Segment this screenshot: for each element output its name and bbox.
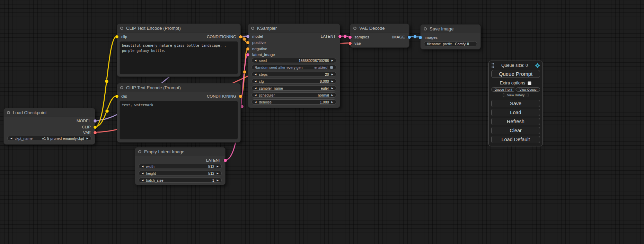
gear-icon[interactable]: [535, 63, 540, 68]
increment-arrow-icon[interactable]: ▶: [332, 94, 333, 96]
node-vae-decode[interactable]: VAE Decode samples vae IMAGE: [350, 24, 409, 48]
decrement-arrow-icon[interactable]: ◀: [255, 59, 256, 62]
input-slot-vae: vae: [350, 40, 409, 46]
widget-label: seed: [259, 58, 267, 63]
increment-arrow-icon[interactable]: ▶: [332, 73, 333, 75]
input-dot-vae[interactable]: [349, 42, 352, 45]
collapse-dot-icon[interactable]: [138, 150, 141, 153]
width-widget[interactable]: ◀ width 512 ▶: [139, 164, 222, 169]
positive-prompt-textarea[interactable]: beautiful scenery nature glass bottle la…: [120, 41, 238, 74]
increment-arrow-icon[interactable]: ▶: [332, 87, 333, 89]
toggle-dot-icon[interactable]: [330, 66, 333, 69]
collapse-dot-icon[interactable]: [7, 111, 10, 114]
node-title: CLIP Text Encode (Prompt): [126, 85, 181, 90]
increment-arrow-icon[interactable]: ▶: [87, 137, 88, 139]
decrement-arrow-icon[interactable]: ◀: [255, 73, 256, 75]
decrement-arrow-icon[interactable]: ◀: [255, 80, 256, 82]
output-slot-clip: CLIP: [4, 124, 95, 130]
save-button[interactable]: Save: [491, 100, 540, 107]
sampler-name-widget[interactable]: ◀ sampler_name euler ▶: [252, 85, 336, 91]
decrement-arrow-icon[interactable]: ◀: [255, 94, 256, 96]
filename-prefix-widget[interactable]: filename_prefix ComfyUI: [424, 41, 477, 46]
clear-button[interactable]: Clear: [491, 127, 540, 134]
increment-arrow-icon[interactable]: ▶: [217, 172, 219, 174]
batch-size-widget[interactable]: ◀ batch_size 1 ▶: [139, 178, 222, 183]
node-empty-latent-image[interactable]: Empty Latent Image LATENT ◀ width 512 ▶ …: [135, 147, 226, 185]
load-button[interactable]: Load: [491, 109, 540, 116]
node-clip-text-encode-positive[interactable]: CLIP Text Encode (Prompt) clip CONDITION…: [117, 24, 241, 77]
node-title: Empty Latent Image: [144, 149, 184, 154]
input-dot-positive[interactable]: [246, 41, 249, 44]
collapse-dot-icon[interactable]: [120, 27, 123, 30]
decrement-arrow-icon[interactable]: ◀: [142, 172, 143, 174]
increment-arrow-icon[interactable]: ▶: [332, 101, 333, 103]
output-dot-conditioning[interactable]: [239, 95, 242, 98]
output-dot-latent[interactable]: [224, 159, 227, 162]
output-dot-vae[interactable]: [94, 131, 97, 134]
widget-label: height: [146, 171, 156, 175]
node-title-bar[interactable]: VAE Decode: [350, 24, 409, 33]
collapse-dot-icon[interactable]: [353, 27, 356, 30]
output-label: CLIP: [82, 125, 91, 129]
view-history-button[interactable]: View History: [503, 93, 529, 97]
node-load-checkpoint[interactable]: Load Checkpoint MODEL CLIP VAE ◀ ckpt_na…: [3, 108, 95, 145]
refresh-button[interactable]: Refresh: [491, 118, 540, 125]
input-dot-latent-image[interactable]: [246, 53, 249, 56]
output-dot-model[interactable]: [94, 119, 97, 123]
decrement-arrow-icon[interactable]: ◀: [255, 87, 256, 89]
input-label: positive: [252, 40, 266, 45]
steps-widget[interactable]: ◀ steps 20 ▶: [252, 72, 336, 77]
output-dot-conditioning[interactable]: [239, 35, 242, 38]
drag-handle-icon[interactable]: [491, 63, 494, 68]
output-dot-latent[interactable]: [338, 35, 342, 38]
queue-panel-header: Queue size: 0: [491, 63, 540, 68]
node-title-bar[interactable]: CLIP Text Encode (Prompt): [117, 24, 240, 33]
node-title-bar[interactable]: Empty Latent Image: [135, 147, 225, 156]
denoise-widget[interactable]: ◀ denoise 1.000 ▶: [252, 99, 336, 105]
widget-label: sampler_name: [259, 86, 283, 90]
queue-prompt-button[interactable]: Queue Prompt: [491, 70, 540, 78]
widget-value: 512: [208, 171, 214, 175]
input-label: vae: [354, 41, 361, 45]
decrement-arrow-icon[interactable]: ◀: [142, 179, 143, 181]
output-dot-image[interactable]: [408, 36, 411, 39]
widget-value: 8.000: [320, 79, 329, 83]
random-seed-toggle-widget[interactable]: Random seed after every gen enabled: [252, 65, 336, 70]
widget-label: Random seed after every gen: [255, 65, 302, 70]
height-widget[interactable]: ◀ height 512 ▶: [139, 171, 222, 176]
increment-arrow-icon[interactable]: ▶: [332, 59, 333, 62]
node-save-image[interactable]: Save Image images filename_prefix ComfyU…: [420, 24, 481, 49]
output-label: CONDITIONING: [207, 35, 236, 39]
node-title-bar[interactable]: KSampler: [248, 24, 340, 33]
collapse-dot-icon[interactable]: [251, 27, 254, 30]
increment-arrow-icon[interactable]: ▶: [217, 165, 219, 168]
cfg-widget[interactable]: ◀ cfg 8.000 ▶: [252, 79, 336, 84]
input-dot-images[interactable]: [419, 36, 422, 39]
ckpt-name-widget[interactable]: ◀ ckpt_name v1-5-pruned-emaonly.ckpt ▶: [7, 136, 91, 141]
decrement-arrow-icon[interactable]: ◀: [10, 137, 12, 139]
node-title-bar[interactable]: CLIP Text Encode (Prompt): [117, 83, 240, 92]
node-clip-text-encode-negative[interactable]: CLIP Text Encode (Prompt) clip CONDITION…: [117, 83, 241, 143]
decrement-arrow-icon[interactable]: ◀: [142, 165, 143, 168]
extra-options-label: Extra options: [500, 81, 525, 85]
load-default-button[interactable]: Load Default: [491, 136, 540, 143]
queue-front-button[interactable]: Queue Front: [491, 87, 515, 92]
output-dot-clip[interactable]: [94, 126, 97, 129]
increment-arrow-icon[interactable]: ▶: [332, 80, 333, 82]
widget-value: enabled: [315, 65, 327, 70]
seed-widget[interactable]: ◀ seed 156680208700286 ▶: [252, 58, 336, 63]
scheduler-widget[interactable]: ◀ scheduler normal ▶: [252, 92, 336, 98]
node-graph-canvas[interactable]: Load Checkpoint MODEL CLIP VAE ◀ ckpt_na…: [0, 0, 644, 244]
increment-arrow-icon[interactable]: ▶: [217, 179, 219, 181]
node-title: CLIP Text Encode (Prompt): [126, 26, 181, 31]
node-ksampler[interactable]: KSampler model positive negative latent_…: [248, 24, 340, 108]
node-title-bar[interactable]: Save Image: [421, 25, 480, 33]
collapse-dot-icon[interactable]: [424, 27, 427, 30]
negative-prompt-textarea[interactable]: text, watermark: [120, 101, 238, 139]
collapse-dot-icon[interactable]: [120, 86, 123, 89]
view-queue-button[interactable]: View Queue: [516, 87, 540, 92]
decrement-arrow-icon[interactable]: ◀: [255, 101, 256, 103]
input-dot-negative[interactable]: [246, 47, 249, 51]
node-title-bar[interactable]: Load Checkpoint: [4, 108, 95, 117]
extra-options-checkbox[interactable]: [528, 81, 531, 85]
